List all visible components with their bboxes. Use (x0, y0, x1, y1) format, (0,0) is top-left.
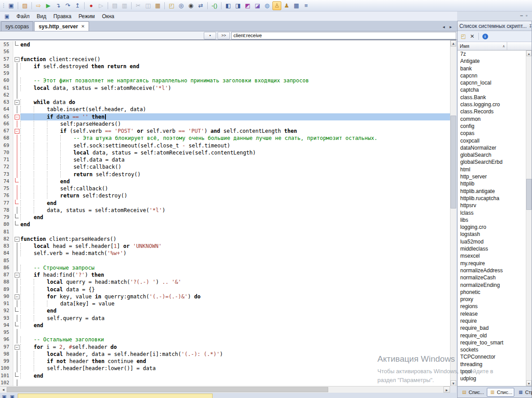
code-line-82[interactable]: 82−function client:parseHeaders() (0, 236, 450, 243)
fold-marker[interactable]: − (13, 56, 20, 63)
fold-marker[interactable]: − (13, 236, 20, 243)
tab-close-icon[interactable]: ✕ (81, 24, 85, 29)
goto-function-button[interactable]: >> (217, 32, 230, 39)
code-line-83[interactable]: 83 local head = self.header[1] or 'UNKNO… (0, 243, 450, 250)
locals-window-icon[interactable]: ◪ (253, 1, 262, 10)
tab-sys.http_server[interactable]: sys.http_server✕ (34, 21, 89, 31)
list-item[interactable]: regions (458, 303, 532, 310)
code-line-81[interactable]: 81 (0, 228, 450, 236)
find-results-window-icon[interactable]: ◧ (224, 1, 233, 10)
scroll-down-icon[interactable]: ▼ (450, 380, 456, 386)
code-line-100[interactable]: 100 self.header[header:lower()] = data (0, 365, 450, 372)
list-item[interactable]: coxpcall (458, 137, 532, 144)
list-item[interactable]: threading (458, 361, 532, 368)
list-item[interactable]: lclass (458, 209, 532, 216)
chat-icon[interactable]: ◍ (263, 1, 272, 10)
run-icon[interactable]: ▶ (44, 1, 53, 10)
new-find-icon[interactable]: ◰ (167, 1, 176, 10)
panel-tab-3[interactable]: ▦Струк. (515, 388, 532, 397)
code-line-96[interactable]: 96 -- Остальные заголовки (0, 336, 450, 343)
window-controls[interactable]: –▫ (520, 12, 530, 19)
panel-tab-2[interactable]: ▥Спис... (487, 388, 515, 397)
list-item[interactable]: class.Records (458, 108, 532, 115)
list-scroll-up-icon[interactable]: ▲ (526, 50, 532, 56)
toggle-breakpoint-icon[interactable]: ● (87, 1, 96, 10)
code-line-88[interactable]: 88 local querry = head:match('?(.-) ') .… (0, 278, 450, 286)
list-item[interactable]: httplib (458, 180, 532, 187)
combo-drop-button[interactable]: ▪ (204, 32, 216, 39)
code-line-92[interactable]: 92 end (0, 307, 450, 314)
list-item[interactable]: logstash (458, 231, 532, 238)
list-item[interactable]: logging.cro (458, 224, 532, 231)
code-line-62[interactable]: 62 (0, 92, 450, 99)
code-line-80[interactable]: 80end (0, 221, 450, 228)
info-icon[interactable]: i (481, 32, 489, 40)
code-line-99[interactable]: 99 if not header then continue end (0, 358, 450, 365)
code-line-76[interactable]: 76 return self:destroy() (0, 192, 450, 199)
code-line-90[interactable]: 90− for key, value in querry:gmatch('(.-… (0, 293, 450, 300)
list-item[interactable]: my.require (458, 260, 532, 267)
list-item[interactable]: bank (458, 65, 532, 72)
code-line-73[interactable]: 73 return self:destroy() (0, 171, 450, 178)
cut-icon[interactable]: ✂ (134, 1, 143, 10)
list-scroll-down-icon[interactable]: ▼ (526, 380, 532, 386)
list-item[interactable]: TCPConnector (458, 353, 532, 360)
code-line-55[interactable]: 55end (0, 41, 450, 48)
editor-horizontal-scrollbar[interactable]: ◂ ▸ (0, 386, 450, 393)
list-item[interactable]: tpool (458, 368, 532, 375)
find-in-files-icon[interactable]: ◎ (177, 1, 186, 10)
code-line-95[interactable]: 95 (0, 329, 450, 336)
code-line-58[interactable]: 58 if self.destroyed then return end (0, 63, 450, 70)
list-item[interactable]: captcha (458, 86, 532, 93)
list-item[interactable]: normalizeEnding (458, 282, 532, 289)
code-line-56[interactable]: 56 (0, 48, 450, 55)
app-window-icon[interactable]: ▣ (7, 1, 16, 10)
list-item[interactable]: normalizeCash (458, 274, 532, 281)
list-item[interactable]: httpsrv (458, 202, 532, 209)
code-line-64[interactable]: 64 table.insert(self.header, data) (0, 106, 450, 113)
list-item[interactable]: msexcel (458, 252, 532, 259)
list-item[interactable]: capcnn (458, 72, 532, 79)
list-item[interactable]: httplib.antigate (458, 188, 532, 195)
fold-marker[interactable]: − (13, 344, 20, 351)
code-line-98[interactable]: 98 local header, data = self.header[i]:m… (0, 351, 450, 358)
code-editor[interactable]: 55end5657−function client:receive()58 if… (0, 40, 456, 386)
step-into-icon[interactable]: ↴ (54, 1, 62, 10)
fold-marker[interactable]: − (13, 128, 20, 135)
vertical-scroll-thumb[interactable] (450, 116, 456, 209)
code-line-85[interactable]: 85 (0, 257, 450, 264)
code-line-70[interactable]: 70 local data, status = self:atomReceive… (0, 149, 450, 156)
save-all-icon[interactable]: ▥ (120, 1, 129, 10)
table-view-icon[interactable]: ▦ (292, 1, 301, 10)
user-scripts-icon[interactable]: ♟ (282, 1, 291, 10)
scroll-right-icon[interactable]: ▸ (443, 386, 450, 393)
list-scroll-thumb[interactable] (526, 179, 532, 210)
scripts-list-icon[interactable]: ♙ (272, 1, 281, 10)
code-line-63[interactable]: 63− while data do (0, 99, 450, 106)
code-line-60[interactable]: 60 -- Этот финт позволяет не напрягаясь … (0, 77, 450, 84)
list-item[interactable]: globalSearch (458, 151, 532, 158)
list-item[interactable]: require_bad (458, 325, 532, 332)
code-line-91[interactable]: 91 data[key] = value (0, 300, 450, 307)
list-item[interactable]: globalSearchErbd (458, 158, 532, 166)
new-script-icon[interactable]: ◰ (459, 32, 467, 40)
output-window-icon[interactable]: ◨ (233, 1, 242, 10)
list-item[interactable]: sockets (458, 346, 532, 353)
watch-panel-icon[interactable]: ▣ (9, 394, 16, 398)
menu-item-2[interactable]: Вид (33, 12, 50, 20)
scroll-up-icon[interactable]: ▲ (450, 40, 456, 46)
output-panel-icon[interactable]: ▣ (1, 394, 8, 398)
code-line-74[interactable]: 74 end (0, 178, 450, 185)
code-line-65[interactable]: 65− if data == '' then (0, 113, 450, 120)
list-vertical-scrollbar[interactable]: ▲ ▼ (526, 50, 532, 386)
list-column-header[interactable]: Имя ∧ (458, 42, 532, 50)
list-item[interactable]: class.Bank (458, 94, 532, 101)
list-item[interactable]: middleclass (458, 245, 532, 252)
fold-marker[interactable]: − (13, 99, 20, 106)
paste-icon[interactable]: ▦ (153, 1, 162, 10)
tab-sys.copas[interactable]: sys.copas (1, 21, 33, 31)
code-line-59[interactable]: 59 (0, 70, 450, 77)
code-line-72[interactable]: 72 self:callback() (0, 163, 450, 170)
list-item[interactable]: libs (458, 216, 532, 224)
code-line-61[interactable]: 61 local data, status = self:atomReceive… (0, 85, 450, 92)
